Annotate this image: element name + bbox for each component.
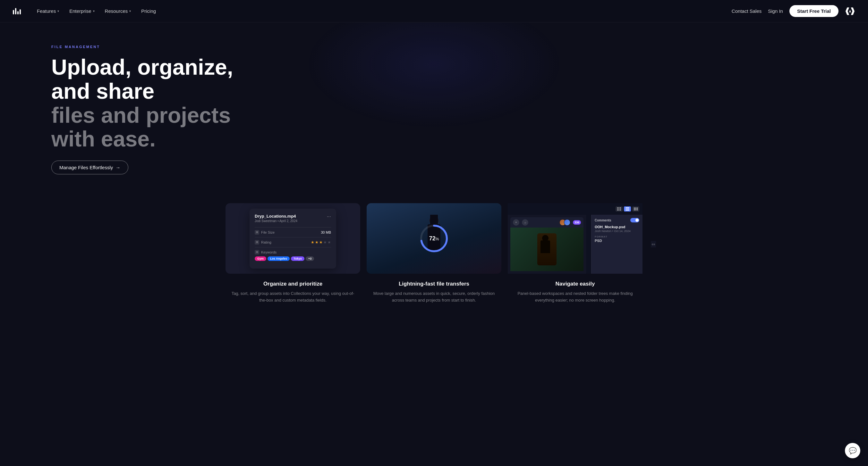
mockup-author-date: Jodi Sweetman • April 2, 2024 <box>255 219 297 223</box>
navigate-title: Navigate easily <box>513 281 638 287</box>
panel-file-meta: Josh Newton • Oct 14, 2024 <box>595 230 639 233</box>
svg-rect-5 <box>625 209 629 209</box>
logo-icon <box>13 8 21 14</box>
start-trial-button[interactable]: Start Free Trial <box>789 5 838 17</box>
star-3: ★ <box>319 240 323 244</box>
panel-search-btn[interactable]: ⌕ <box>522 219 528 226</box>
mockup-more-button[interactable]: ··· <box>327 214 331 220</box>
panel-top-bar: + ⌕ 336 <box>510 217 584 228</box>
svg-rect-0 <box>617 207 619 209</box>
panel-left: + ⌕ 336 <box>508 215 586 274</box>
panel-toolbar <box>616 206 639 211</box>
svg-rect-1 <box>619 207 621 209</box>
nav-links: Features ▾ Enterprise ▾ Resources ▾ Pric… <box>32 6 160 16</box>
progress-indicator: 72% <box>418 223 450 255</box>
sign-in-link[interactable]: Sign In <box>768 8 783 14</box>
organize-card-content: Organize and prioritize Tag, sort, and g… <box>225 281 360 304</box>
navigation: Features ▾ Enterprise ▾ Resources ▾ Pric… <box>0 0 868 23</box>
svg-rect-8 <box>636 207 637 210</box>
organize-title: Organize and prioritize <box>230 281 355 287</box>
star-4: ★ <box>323 240 327 244</box>
enterprise-chevron-icon: ▾ <box>93 9 95 13</box>
star-1: ★ <box>311 240 314 244</box>
svg-rect-9 <box>637 207 638 210</box>
file-metadata-mockup: Dryp_Locations.mp4 Jodi Sweetman • April… <box>250 209 336 269</box>
panel-view-btn-3[interactable] <box>632 206 639 211</box>
panel-add-btn[interactable]: + <box>513 219 519 226</box>
rating-label: ⊞ Rating <box>255 240 271 244</box>
progress-percent-sign: % <box>436 237 439 241</box>
nav-features[interactable]: Features ▾ <box>32 6 63 16</box>
transfer-card: 72% Lightning-fast file transfers Move l… <box>367 203 501 304</box>
hero-section: FILE MANAGEMENT Upload, organize, and sh… <box>0 23 449 203</box>
rating-icon: ⊞ <box>255 240 259 244</box>
file-size-label: ⊞ File Size <box>255 230 275 235</box>
format-value: PSD <box>595 239 639 243</box>
svg-rect-2 <box>617 209 619 210</box>
tag-more: +3 <box>306 256 314 261</box>
features-chevron-icon: ▾ <box>57 9 59 13</box>
chat-icon: 💬 <box>849 447 857 455</box>
nav-enterprise[interactable]: Enterprise ▾ <box>65 6 99 16</box>
svg-rect-6 <box>625 210 629 210</box>
panel-preview-image <box>510 228 584 271</box>
svg-rect-7 <box>634 207 635 210</box>
file-size-icon: ⊞ <box>255 230 259 235</box>
tag-gym: Gym <box>255 256 266 261</box>
hero-category: FILE MANAGEMENT <box>51 45 398 49</box>
transfer-card-content: Lightning-fast file transfers Move large… <box>367 281 501 304</box>
svg-rect-4 <box>625 207 629 208</box>
keywords-label: ⊞ Keywords <box>255 250 280 255</box>
star-5: ★ <box>328 240 331 244</box>
avatar-2 <box>564 219 570 226</box>
logo[interactable] <box>13 8 21 14</box>
resources-chevron-icon: ▾ <box>129 9 131 13</box>
contact-sales-link[interactable]: Contact Sales <box>732 8 762 14</box>
panel-filename: OOH_Mockup.psd <box>595 225 639 229</box>
progress-value: 72% <box>429 235 439 242</box>
transfer-title: Lightning-fast file transfers <box>372 281 496 287</box>
navigate-card-image: + ⌕ 336 <box>508 203 643 274</box>
panel-right: Comments OOH_Mockup.psd Josh Newton • Oc… <box>591 215 643 274</box>
comments-toggle[interactable] <box>630 218 639 223</box>
comments-label: Comments <box>595 219 611 222</box>
panel-view-btn-2[interactable] <box>624 206 631 211</box>
keywords-icon: ⊞ <box>255 250 259 255</box>
adobe-icon[interactable] <box>845 6 855 16</box>
mockup-filename: Dryp_Locations.mp4 <box>255 214 297 219</box>
panel-main-area: + ⌕ 336 <box>508 215 643 274</box>
format-label: FORMAT <box>595 235 639 238</box>
star-2: ★ <box>315 240 318 244</box>
organize-card-image: Dryp_Locations.mp4 Jodi Sweetman • April… <box>225 203 360 274</box>
hero-cta-button[interactable]: Manage Files Effortlessly → <box>51 161 128 174</box>
navigate-card: + ⌕ 336 <box>508 203 643 304</box>
user-count-badge: 336 <box>573 220 581 225</box>
panel-view-btn-1[interactable] <box>616 206 623 211</box>
nav-pricing[interactable]: Pricing <box>137 6 160 16</box>
file-size-value: 30 MB <box>321 230 331 234</box>
transfer-desc: Move large and numerous assets in quick,… <box>372 290 496 304</box>
nav-resources[interactable]: Resources ▾ <box>100 6 136 16</box>
hero-title: Upload, organize, and share files and pr… <box>51 55 276 151</box>
panel-resize-handle[interactable]: ⇔ <box>651 241 656 247</box>
navigate-desc: Panel-based workspaces and nested folder… <box>513 290 638 304</box>
rating-stars: ★ ★ ★ ★ ★ <box>311 240 331 244</box>
keyword-tags: Gym Los Angeles Tokyo +3 <box>255 256 314 261</box>
panel-mockup: + ⌕ 336 <box>508 203 643 274</box>
navigate-card-content: Navigate easily Panel-based workspaces a… <box>508 281 643 304</box>
svg-rect-3 <box>619 209 621 210</box>
organize-card: Dryp_Locations.mp4 Jodi Sweetman • April… <box>225 203 360 304</box>
tag-la: Los Angeles <box>268 256 290 261</box>
tag-tokyo: Tokyo <box>291 256 304 261</box>
chat-bubble-button[interactable]: 💬 <box>845 443 860 458</box>
panel-user-avatars <box>561 219 570 226</box>
organize-desc: Tag, sort, and group assets into Collect… <box>230 290 355 304</box>
transfer-card-image: 72% <box>367 203 501 274</box>
feature-cards: Dryp_Locations.mp4 Jodi Sweetman • April… <box>0 203 868 323</box>
